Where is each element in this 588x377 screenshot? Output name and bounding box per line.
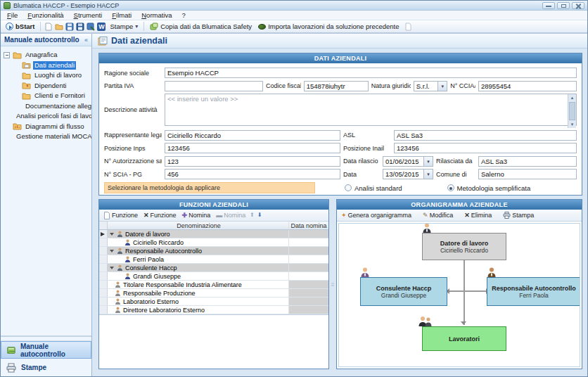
toolbar-separator (143, 22, 144, 31)
descrizione-attivita-textarea[interactable] (165, 94, 577, 126)
content-area: Dati aziendali DATI AZIENDALI Ragione so… (92, 34, 587, 376)
column-data-nomina[interactable]: Data nomina (289, 222, 328, 229)
open-folder-icon[interactable] (55, 23, 63, 31)
n-cciaa-input[interactable] (478, 81, 577, 91)
nav-stampe-button[interactable]: Stampe (1, 359, 91, 376)
table-row[interactable]: Ferri Paola (99, 255, 328, 264)
chevron-down-icon[interactable]: ▾ (423, 170, 433, 179)
panel-splitter[interactable]: ⁞⁞ (329, 199, 336, 369)
importa-lavorazioni-button[interactable]: Importa lavorazioni da soluzione precede… (256, 22, 401, 31)
bstart-button[interactable]: bStart (4, 22, 37, 31)
chevron-down-icon[interactable]: ▾ (437, 82, 447, 91)
move-up-icon[interactable]: ⬆ (250, 212, 255, 219)
tree-item-gestione-moca[interactable]: Gestione materiali MOCA (4, 132, 91, 142)
textarea-scrollbar[interactable]: ▲ ▼ (568, 94, 576, 128)
column-denominazione[interactable]: Denominazione (108, 222, 289, 229)
modifica-button[interactable]: ✎ Modifica (421, 212, 454, 219)
tree-item-anagrafica[interactable]: Anagrafica (4, 50, 91, 60)
data-rilascio-datepicker[interactable]: 01/06/2015 ▾ (383, 156, 433, 167)
data-datepicker[interactable]: 13/05/2015 ▾ (383, 169, 433, 179)
collapse-sidebar-icon[interactable]: « (84, 37, 88, 44)
rappresentante-legale-input[interactable] (165, 130, 340, 141)
org-node-lavoratori[interactable]: Lavoratori (422, 326, 506, 351)
main-toolbar: bStart W Stampe ▾ Copia dati (1, 20, 587, 34)
person-clipart (422, 223, 432, 234)
copia-dati-button[interactable]: Copia dati da Blumatica Safety (148, 22, 254, 32)
table-row[interactable]: Laboratorio Esterno (99, 298, 328, 306)
radio-off-icon[interactable] (345, 184, 352, 191)
rilasciata-da-input[interactable] (478, 156, 577, 167)
funzioni-table: Denominazione Data nomina Datore di lavo… (99, 222, 328, 315)
tree-item-documentazione-allegata[interactable]: Documentazione allegata (4, 101, 91, 112)
menu-file[interactable]: File (2, 11, 23, 20)
table-row[interactable]: Responsabile Produzione (99, 289, 328, 298)
scroll-up-icon[interactable]: ▲ (568, 94, 576, 101)
folder-people-icon (22, 82, 31, 89)
nav-manuale-autocontrollo-button[interactable]: Manuale autocontrollo (1, 341, 91, 359)
org-node-datore[interactable]: Datore di lavoro Ciciriello Riccardo (422, 233, 506, 260)
form-icon (98, 37, 108, 46)
new-document-icon[interactable] (44, 23, 53, 31)
add-funzione-button[interactable]: Funzione (102, 212, 139, 219)
tree-item-dati-aziendali[interactable]: Dati aziendali (4, 60, 91, 71)
scrollbar-thumb[interactable] (569, 102, 575, 120)
table-row[interactable]: Ciciriello Riccardo (99, 238, 328, 247)
table-row[interactable]: Grandi Giuseppe (99, 272, 328, 281)
add-nomina-button[interactable]: ✚ Nomina (181, 212, 212, 219)
scia-input[interactable] (165, 169, 340, 179)
tree-item-luoghi-di-lavoro[interactable]: Luoghi di lavoro (4, 70, 91, 81)
collapse-node-icon[interactable] (4, 52, 10, 58)
scroll-down-icon[interactable]: ▼ (568, 121, 576, 128)
sidebar-bottom-nav: Manuale autocontrollo Stampe (1, 336, 91, 376)
remove-nomina-button[interactable]: ▬ Nomina (215, 212, 247, 219)
stampe-menu-button[interactable]: Stampe ▾ (108, 22, 140, 31)
save-export-icon[interactable] (87, 23, 95, 31)
elimina-button[interactable]: ✕ Elimina (463, 212, 493, 219)
delete-funzione-button[interactable]: ✕ Funzione (142, 212, 178, 219)
codice-fiscale-input[interactable] (304, 81, 369, 91)
partita-iva-input[interactable] (165, 81, 263, 91)
collapse-row-icon[interactable] (110, 250, 114, 253)
asl-input[interactable] (394, 130, 577, 141)
menu-strumenti[interactable]: Strumenti (69, 11, 108, 20)
radio-metodologia-semplificata[interactable]: Metodologia semplificata (447, 184, 531, 192)
radio-on-icon[interactable] (447, 184, 454, 191)
genera-organigramma-button[interactable]: ✦ Genera organigramma (340, 212, 413, 219)
org-node-consulente[interactable]: Consulente Haccp Grandi Giuseppe (360, 277, 447, 306)
posizione-inail-input[interactable] (394, 143, 577, 153)
tree-item-dipendenti[interactable]: Dipendenti (4, 81, 91, 91)
pencil-icon: ✎ (423, 212, 428, 219)
org-node-responsabile[interactable]: Responsabile Autocontrollo Ferri Paola (487, 277, 580, 306)
table-row[interactable]: Datore di lavoro (99, 230, 328, 238)
menu-filmati[interactable]: Filmati (107, 11, 136, 20)
chevron-down-icon[interactable]: ▾ (423, 157, 433, 166)
table-row[interactable]: Responsabile Autocontrollo (99, 247, 328, 255)
save-all-icon[interactable] (76, 23, 84, 31)
maximize-button[interactable] (557, 2, 570, 9)
tree-item-clienti-fornitori[interactable]: Clienti e Fornitori (4, 91, 91, 101)
table-row[interactable]: Titolare Responsabile Industria Alimenta… (99, 281, 328, 289)
word-export-icon[interactable]: W (97, 23, 106, 31)
natura-giuridica-select[interactable]: S.r.l. ▾ (414, 81, 448, 91)
table-row[interactable]: Consulente Haccp (99, 264, 328, 272)
descrizione-attivita-label: Descrizione attività (104, 106, 162, 113)
funzioni-table-header: Denominazione Data nomina (99, 222, 328, 230)
close-button[interactable] (572, 2, 584, 9)
comune-di-input[interactable] (478, 169, 577, 179)
posizione-inps-input[interactable] (165, 143, 340, 153)
autorizzazione-sanitaria-input[interactable] (165, 156, 340, 167)
tree-item-analisi-pericoli[interactable]: Analisi pericoli fasi di lavoro (4, 111, 91, 122)
minimize-button[interactable] (542, 2, 555, 9)
collapse-row-icon[interactable] (110, 267, 114, 269)
save-icon[interactable] (65, 23, 74, 31)
move-down-icon[interactable]: ⬇ (257, 212, 262, 219)
tree-item-diagrammi-flusso[interactable]: Diagrammi di flusso (4, 122, 91, 132)
collapse-row-icon[interactable] (110, 233, 114, 236)
table-row[interactable]: Direttore Laboratorio Esterno (99, 306, 328, 314)
menu-help[interactable]: ? (177, 11, 191, 20)
radio-analisi-standard[interactable]: Analisi standard (345, 184, 402, 192)
stampa-button[interactable]: Stampa (501, 212, 535, 219)
menu-normativa[interactable]: Normativa (136, 11, 177, 20)
ragione-sociale-input[interactable] (165, 68, 577, 78)
menu-funzionalita[interactable]: Funzionalità (23, 11, 68, 20)
